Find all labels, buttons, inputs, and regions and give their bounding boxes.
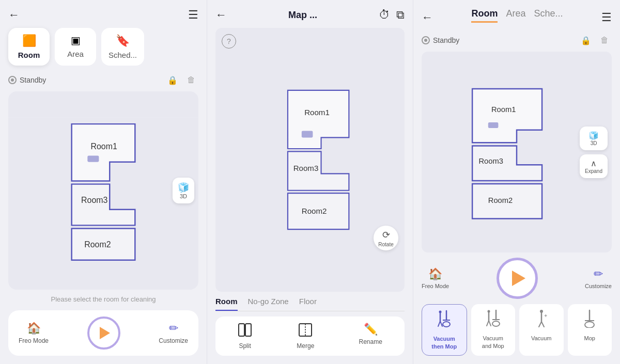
svg-rect-16 — [239, 324, 244, 336]
map-actions-right: 🔒 🗑 — [579, 33, 612, 48]
rotate-button-mid[interactable]: ⟳ Rotate — [374, 226, 398, 250]
mid-header: ← Map ... ⏱ ⧉ — [215, 8, 405, 22]
back-button-left[interactable]: ← — [8, 8, 20, 22]
right-controls: 🏠 Freo Mode ✏ Customize — [422, 258, 612, 299]
standby-dot-right — [422, 36, 430, 44]
left-panel: ← ☰ 🟧 Room ▣ Area 🔖 Sched... Standby 🔒 🗑 — [0, 0, 207, 364]
svg-line-43 — [539, 322, 541, 327]
tab-card-schedule-label: Sched... — [109, 51, 137, 59]
svg-point-31 — [439, 311, 441, 313]
btn-3d-right[interactable]: 🧊 3D — [580, 126, 608, 150]
svg-text:Room3: Room3 — [293, 164, 319, 172]
tab-card-schedule[interactable]: 🔖 Sched... — [101, 28, 144, 66]
svg-text:Room1: Room1 — [90, 142, 117, 151]
tab-room-mid[interactable]: Room — [215, 297, 238, 311]
trash-icon-right[interactable]: 🗑 — [597, 33, 612, 48]
svg-rect-17 — [245, 324, 251, 336]
clean-mode-mop[interactable]: Mop — [568, 304, 612, 356]
svg-line-29 — [438, 321, 440, 326]
mid-header-icons: ⏱ ⧉ — [379, 8, 405, 22]
freo-mode-label-right: Freo Mode — [422, 283, 449, 289]
play-triangle-right — [512, 271, 525, 286]
menu-button-right[interactable]: ☰ — [601, 11, 612, 24]
clean-mode-vacuum-and-mop[interactable]: Vacuumand Mop — [471, 304, 516, 356]
play-triangle-left — [100, 327, 110, 339]
merge-tool[interactable]: Merge — [297, 323, 314, 350]
schedule-icon: 🔖 — [116, 34, 130, 48]
copy-icon-mid[interactable]: ⧉ — [396, 8, 405, 22]
svg-rect-27 — [488, 122, 499, 128]
split-tool[interactable]: Split — [238, 323, 252, 350]
back-button-right[interactable]: ← — [422, 11, 433, 24]
customize-label-right: Customize — [585, 283, 612, 289]
split-label: Split — [239, 342, 251, 350]
vacuum-label: Vacuum — [531, 335, 552, 342]
tab-cards: 🟧 Room ▣ Area 🔖 Sched... — [8, 28, 198, 66]
trash-icon-left[interactable]: 🗑 — [184, 73, 198, 87]
svg-point-38 — [488, 310, 490, 313]
cube-icon-right: 🧊 — [585, 131, 602, 140]
tab-area-right[interactable]: Area — [506, 8, 525, 23]
tab-card-area[interactable]: ▣ Area — [55, 28, 96, 66]
tab-room-right[interactable]: Room — [471, 8, 498, 23]
left-map-svg: Room1 Room3 Room2 — [8, 91, 198, 290]
left-header: ← ☰ — [8, 8, 198, 22]
svg-text:Room2: Room2 — [488, 196, 513, 204]
svg-text:Room1: Room1 — [304, 108, 330, 117]
tab-schedule-right[interactable]: Sche... — [534, 8, 563, 23]
customize-right[interactable]: ✏ Customize — [585, 267, 612, 289]
svg-text:Room2: Room2 — [302, 207, 327, 215]
standby-row-right: Standby 🔒 🗑 — [422, 33, 612, 48]
freo-mode-left[interactable]: 🏠 Freo Mode — [19, 322, 49, 344]
question-button-mid[interactable]: ? — [222, 34, 236, 49]
tab-card-room[interactable]: 🟧 Room — [8, 28, 50, 66]
vacuum-icon: ✦ — [533, 309, 550, 331]
rename-icon: ✏️ — [364, 323, 378, 336]
btn-3d-left[interactable]: 🧊 3D — [173, 178, 194, 203]
customize-icon-right: ✏ — [594, 267, 603, 281]
svg-line-36 — [487, 321, 489, 326]
btn-3d-label-right: 3D — [585, 140, 602, 146]
vacuum-then-mop-label: Vacuumthen Mop — [431, 335, 457, 350]
left-map: Room1 Room3 Room2 🧊 3D — [8, 91, 198, 290]
tab-floor-mid[interactable]: Floor — [299, 297, 317, 311]
svg-text:Room2: Room2 — [84, 240, 111, 249]
customize-left[interactable]: ✏ Customize — [159, 322, 188, 344]
play-button-right[interactable] — [497, 258, 538, 299]
tab-card-area-label: Area — [67, 50, 84, 58]
back-button-mid[interactable]: ← — [215, 8, 227, 22]
rename-tool[interactable]: ✏️ Rename — [359, 323, 382, 350]
tab-nogozone-mid[interactable]: No-go Zone — [248, 297, 289, 311]
history-icon-mid[interactable]: ⏱ — [379, 8, 390, 22]
mid-map: ? Room1 Room3 Room2 ⟳ Rotate — [215, 28, 405, 292]
freo-mode-icon-right: 🏠 — [428, 267, 442, 281]
freo-mode-right[interactable]: 🏠 Freo Mode — [422, 267, 449, 289]
vacuum-and-mop-label: Vacuumand Mop — [482, 335, 504, 350]
lock-icon-right[interactable]: 🔒 — [579, 33, 593, 48]
svg-line-44 — [541, 322, 544, 327]
hint-text-left: Please select the room for cleaning — [8, 295, 198, 304]
standby-label-right: Standby — [433, 36, 459, 44]
mid-tabs: Room No-go Zone Floor — [215, 297, 405, 311]
svg-point-48 — [585, 322, 594, 328]
play-button-left[interactable] — [87, 316, 120, 350]
standby-label-left: Standby — [20, 76, 46, 84]
lock-icon-left[interactable]: 🔒 — [165, 73, 180, 87]
room-icon: 🟧 — [22, 34, 36, 48]
right-map: Room1 Room3 Room2 🧊 3D ∧ Expand — [422, 52, 612, 252]
vacuum-and-mop-icon — [485, 309, 501, 331]
svg-rect-15 — [302, 131, 313, 138]
right-header: ← Room Area Sche... ☰ — [422, 8, 612, 27]
standby-dot-left — [8, 76, 17, 84]
vacuum-then-mop-icon — [436, 310, 453, 332]
mop-label: Mop — [584, 335, 595, 342]
expand-btn-right[interactable]: ∧ Expand — [580, 154, 608, 178]
clean-mode-vacuum-then-mop[interactable]: Vacuumthen Mop — [422, 304, 467, 356]
svg-line-30 — [440, 321, 442, 326]
svg-text:Room3: Room3 — [478, 157, 503, 165]
clean-mode-vacuum[interactable]: ✦ Vacuum — [519, 304, 564, 356]
clean-modes: Vacuumthen Mop Vacuumand Mop — [422, 304, 612, 356]
mid-map-svg: Room1 Room3 Room2 — [215, 28, 405, 292]
tab-card-room-label: Room — [18, 51, 40, 59]
menu-button-left[interactable]: ☰ — [188, 8, 198, 22]
